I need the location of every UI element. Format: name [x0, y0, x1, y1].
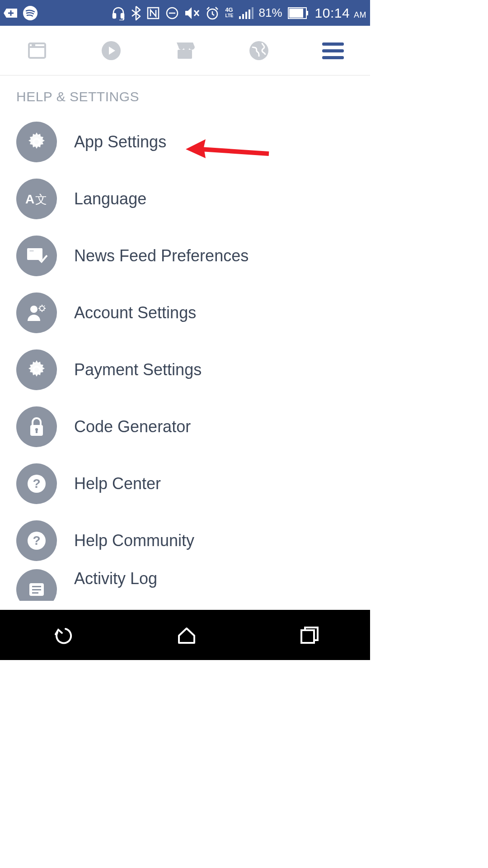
list-item-label: App Settings [74, 132, 166, 151]
account-settings-icon [16, 292, 57, 333]
tab-marketplace[interactable] [174, 40, 196, 61]
list-item-label: Payment Settings [74, 360, 202, 379]
svg-rect-29 [36, 429, 38, 433]
list-icon [16, 569, 57, 601]
svg-rect-12 [289, 9, 303, 18]
headset-icon [111, 6, 126, 20]
svg-rect-2 [121, 14, 124, 18]
tab-globe[interactable] [248, 40, 270, 61]
svg-rect-37 [32, 592, 38, 594]
svg-rect-13 [307, 11, 308, 15]
spotify-icon [23, 5, 38, 21]
list-item-app-settings[interactable]: App Settings [0, 113, 370, 170]
svg-rect-10 [252, 7, 253, 19]
network-4g-icon: 4GLTE [225, 7, 233, 19]
list-item-account-settings[interactable]: Account Settings [0, 284, 370, 341]
svg-text:?: ? [33, 476, 40, 491]
tab-menu[interactable] [322, 40, 344, 61]
settings-list: App Settings A文 Language News Feed Prefe… [0, 113, 370, 601]
svg-rect-1 [113, 14, 116, 18]
status-bar: 4GLTE 81% 10:14 AM [0, 0, 370, 26]
svg-rect-8 [245, 12, 247, 19]
list-item-code-generator[interactable]: Code Generator [0, 398, 370, 455]
list-item-news-feed-preferences[interactable]: News Feed Preferences [0, 227, 370, 284]
svg-rect-19 [322, 49, 344, 52]
list-item-label: Help Center [74, 474, 161, 493]
svg-rect-38 [301, 630, 314, 643]
signal-icon [239, 7, 253, 19]
list-item-label: Activity Log [74, 569, 157, 588]
tab-bar [0, 26, 370, 75]
list-item-activity-log[interactable]: Activity Log [0, 569, 370, 601]
tab-feed[interactable] [26, 40, 48, 61]
lock-icon [16, 406, 57, 447]
newsfeed-pref-icon [16, 236, 57, 276]
list-item-label: News Feed Preferences [74, 246, 249, 265]
svg-rect-7 [242, 14, 244, 19]
nfc-icon [146, 6, 160, 20]
list-item-label: Account Settings [74, 303, 196, 322]
svg-text:A: A [25, 192, 34, 206]
svg-point-26 [40, 306, 44, 311]
svg-rect-18 [322, 42, 344, 46]
svg-text:?: ? [33, 533, 40, 547]
nav-back[interactable] [51, 623, 75, 647]
volume-mute-icon [184, 6, 200, 20]
status-time: 10:14 AM [315, 5, 366, 21]
section-header: HELP & SETTINGS [0, 75, 370, 113]
svg-rect-14 [29, 43, 45, 58]
svg-rect-24 [29, 250, 34, 252]
svg-rect-35 [32, 586, 41, 587]
list-item-label: Help Community [74, 531, 194, 550]
help-icon: ? [16, 463, 57, 504]
gear-icon [16, 122, 57, 162]
svg-rect-9 [249, 9, 250, 19]
svg-point-25 [30, 306, 38, 313]
list-item-language[interactable]: A文 Language [0, 170, 370, 227]
battery-icon [288, 7, 309, 19]
plus-badge-icon [4, 7, 17, 19]
language-icon: A文 [16, 179, 57, 219]
dnd-icon [165, 6, 179, 20]
battery-percentage: 81% [259, 6, 282, 20]
nav-home[interactable] [176, 625, 197, 646]
tab-video[interactable] [100, 40, 122, 61]
gear-icon [16, 349, 57, 390]
nav-recent[interactable] [299, 625, 319, 646]
alarm-icon [205, 6, 220, 20]
svg-rect-20 [322, 56, 344, 59]
android-nav-bar [0, 610, 370, 660]
list-item-label: Language [74, 189, 146, 208]
help-icon: ? [16, 520, 57, 561]
list-item-payment-settings[interactable]: Payment Settings [0, 341, 370, 398]
list-item-label: Code Generator [74, 417, 191, 436]
svg-rect-36 [32, 589, 41, 590]
list-item-help-community[interactable]: ? Help Community [0, 512, 370, 569]
bluetooth-icon [131, 5, 141, 21]
svg-point-17 [249, 41, 268, 60]
svg-rect-16 [178, 50, 192, 59]
svg-rect-6 [239, 16, 241, 19]
svg-text:文: 文 [35, 193, 47, 206]
list-item-help-center[interactable]: ? Help Center [0, 455, 370, 512]
